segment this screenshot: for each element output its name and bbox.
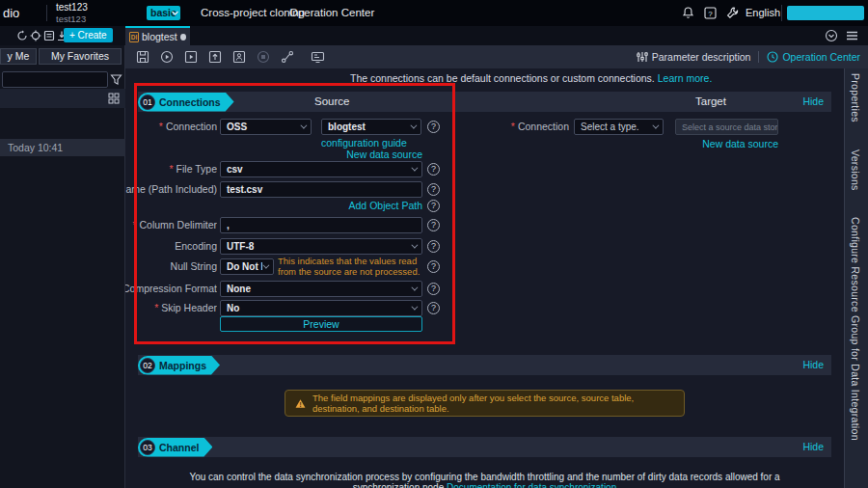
connections-hide-link[interactable]: Hide — [802, 92, 824, 112]
help-icon[interactable] — [427, 183, 440, 196]
channel-info-line2: synchronization node.Documentation for d… — [138, 482, 831, 488]
panel-tab-versions[interactable]: Versions — [850, 149, 861, 191]
source-title: Source — [314, 92, 349, 112]
input-value: , — [227, 220, 230, 230]
nav-operation-center[interactable]: Operation Center — [289, 0, 374, 26]
tab-list-chevron-icon[interactable] — [825, 29, 838, 42]
mappings-hide-link[interactable]: Hide — [802, 355, 824, 375]
step-label: Connections — [159, 96, 221, 108]
connections-step-badge: 01 Connections — [138, 93, 234, 112]
help-icon[interactable] — [427, 200, 440, 212]
list-item-today[interactable]: Today 10:41 — [0, 139, 125, 156]
tab-label: blogtest — [142, 31, 177, 42]
select-value: csv — [227, 164, 243, 175]
list-header-row — [0, 89, 125, 108]
select-value: blogtest — [328, 122, 366, 132]
chevron-down-icon[interactable] — [171, 9, 179, 17]
refresh-icon[interactable] — [16, 30, 28, 41]
column-delimiter-input[interactable]: , — [220, 217, 422, 233]
notice-text: The connections can be default connectio… — [350, 72, 658, 84]
target-connection-type-select[interactable]: Select a type. — [574, 119, 664, 135]
warning-icon: ! — [295, 397, 306, 410]
skip-header-label: Skip Header — [125, 300, 217, 316]
account-redacted[interactable] — [787, 6, 864, 20]
grid-view-icon[interactable] — [108, 93, 120, 104]
channel-hide-link[interactable]: Hide — [802, 437, 824, 457]
svg-text:?: ? — [708, 10, 713, 18]
chevron-down-icon — [411, 304, 418, 311]
object-name-input[interactable]: test.csv — [220, 181, 422, 198]
operation-center-button[interactable]: Operation Center — [767, 51, 860, 63]
compression-format-select[interactable]: None — [220, 281, 422, 297]
run-with-parameters-icon[interactable] — [184, 50, 198, 64]
save-icon[interactable] — [136, 50, 149, 64]
help-icon[interactable] — [427, 283, 440, 295]
help-icon[interactable] — [427, 260, 440, 273]
configuration-guide-link[interactable]: configuration guide — [321, 137, 407, 149]
channel-section-header: Hide — [138, 437, 831, 457]
main-content: The connections can be default connectio… — [125, 68, 844, 488]
create-button[interactable]: + Create — [64, 28, 113, 42]
help-icon[interactable]: ? — [703, 6, 718, 20]
select-value: OSS — [227, 122, 247, 132]
filter-icon[interactable] — [110, 73, 122, 86]
submit-icon[interactable] — [208, 50, 222, 64]
menu-icon[interactable] — [846, 30, 858, 41]
select-value: UTF-8 — [227, 241, 254, 252]
help-icon[interactable] — [427, 219, 440, 231]
task-list-icon[interactable] — [43, 30, 55, 41]
project-name: test123 — [56, 2, 88, 14]
select-value: None — [227, 284, 251, 294]
select-placeholder: Select a source data store — [682, 122, 778, 132]
workflow-icon[interactable] — [281, 50, 294, 64]
editor-toolbar: Parameter description Operation Center — [125, 45, 868, 68]
chevron-down-icon — [262, 262, 269, 269]
select-placeholder: Select a type. — [581, 122, 639, 132]
tab-created-by-me[interactable]: y Me — [0, 48, 37, 65]
language-selector[interactable]: English — [746, 0, 780, 26]
panel-tab-properties[interactable]: Properties — [850, 73, 861, 122]
null-string-select[interactable]: Do Not Pr... — [220, 258, 274, 275]
file-type-select[interactable]: csv — [220, 161, 422, 177]
locate-icon[interactable] — [30, 30, 41, 41]
chevron-down-icon — [411, 285, 418, 291]
sliders-icon — [637, 51, 648, 63]
help-icon[interactable] — [427, 302, 440, 314]
topbar: dio test123 test123 basic Cross-project … — [0, 0, 868, 26]
panel-tab-configure-resource-group[interactable]: Configure Resource Group for Data Integr… — [850, 217, 861, 441]
project-switcher[interactable]: test123 test123 — [56, 2, 88, 24]
source-connection-type-select[interactable]: OSS — [220, 119, 312, 135]
tools-icon[interactable] — [725, 6, 740, 20]
search-input[interactable] — [2, 71, 108, 88]
target-connection-label: Connection — [453, 119, 569, 135]
column-delimiter-label: Column Delimiter — [125, 217, 217, 233]
source-new-data-source-link[interactable]: New data source — [220, 149, 422, 160]
target-new-data-source-link[interactable]: New data source — [574, 138, 778, 149]
machine-icon[interactable] — [311, 50, 325, 64]
parameter-description-label: Parameter description — [652, 51, 751, 63]
parameter-description-button[interactable]: Parameter description — [637, 51, 751, 63]
run-icon[interactable] — [160, 50, 174, 64]
stop-icon-disabled — [257, 50, 270, 64]
tab-my-favorites[interactable]: My Favorites — [39, 48, 122, 65]
divider — [758, 51, 759, 63]
learn-more-link[interactable]: Learn more. — [658, 72, 713, 84]
bell-icon[interactable] — [681, 6, 695, 20]
dataworks-app: dio test123 test123 basic Cross-project … — [0, 0, 868, 488]
null-string-label: Null String — [125, 258, 217, 275]
step-label: Channel — [159, 442, 199, 453]
add-object-path-link[interactable]: Add Object Path — [220, 200, 422, 211]
source-connection-select[interactable]: blogtest — [321, 119, 421, 135]
preview-button[interactable]: Preview — [220, 316, 422, 332]
unsaved-dot-icon — [180, 34, 186, 41]
step-number: 03 — [140, 440, 155, 455]
documentation-link[interactable]: Documentation for data synchronization — [447, 482, 616, 488]
target-connection-select[interactable]: Select a source data store — [675, 119, 778, 135]
encoding-select[interactable]: UTF-8 — [220, 238, 422, 255]
tab-blogtest[interactable]: DI blogtest — [125, 26, 190, 45]
help-icon[interactable] — [427, 121, 440, 133]
help-icon[interactable] — [427, 163, 440, 176]
help-icon[interactable] — [427, 240, 440, 253]
skip-header-select[interactable]: No — [220, 300, 422, 316]
steal-lock-icon[interactable] — [232, 50, 246, 64]
